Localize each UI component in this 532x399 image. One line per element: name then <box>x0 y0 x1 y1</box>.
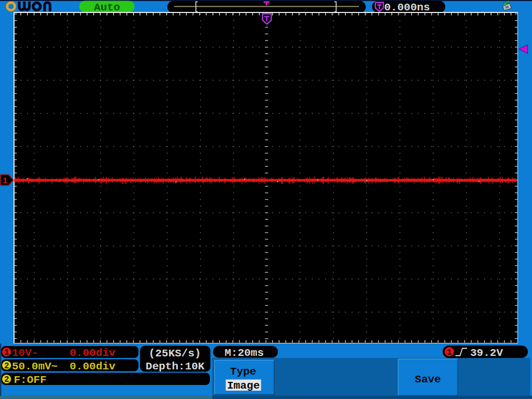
svg-text:2: 2 <box>4 375 9 384</box>
svg-text:2: 2 <box>4 362 9 371</box>
svg-text:39.2V: 39.2V <box>470 347 503 359</box>
svg-text:50.0mV~: 50.0mV~ <box>12 361 58 373</box>
svg-text:1: 1 <box>447 348 452 357</box>
svg-text:Auto: Auto <box>94 2 120 14</box>
svg-text:0.00div: 0.00div <box>70 361 116 373</box>
svg-text:1: 1 <box>3 177 8 186</box>
svg-text:1: 1 <box>4 348 9 357</box>
svg-text:Image: Image <box>227 380 260 392</box>
svg-text:0.00div: 0.00div <box>70 347 116 359</box>
svg-text:Type: Type <box>230 366 256 378</box>
svg-text:10V-: 10V- <box>12 347 38 359</box>
svg-text:M:20ms: M:20ms <box>224 347 264 359</box>
svg-text:F:OFF: F:OFF <box>14 374 47 386</box>
svg-text:Save: Save <box>415 374 441 385</box>
svg-text:(25KS/s): (25KS/s) <box>149 348 201 360</box>
svg-text:Depth:10K: Depth:10K <box>145 361 205 373</box>
svg-text:0.000ns: 0.000ns <box>384 2 430 14</box>
